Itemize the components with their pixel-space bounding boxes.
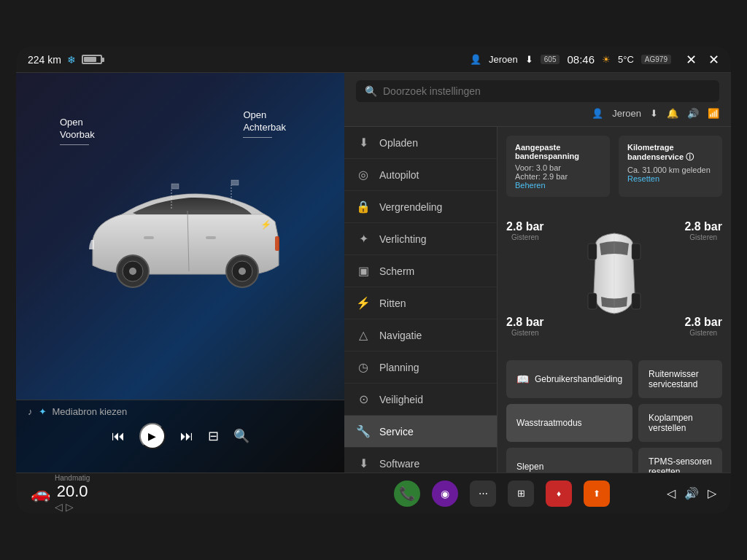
status-right: ✕ ✕ [680,52,719,68]
tire-card1-link[interactable]: Beheren [515,181,546,190]
nav-button[interactable]: ⬆ [584,481,610,507]
equalizer-button[interactable]: ⊟ [208,428,219,444]
svg-rect-17 [632,244,640,260]
tire-card1-line1: Voor: 3.0 bar [515,163,561,172]
phone-button[interactable]: 📞 [394,481,420,507]
media-source-label: Mediabron kiezen [53,406,128,417]
svg-rect-18 [588,293,597,309]
menu-item-veiligheid[interactable]: ⊙ Veiligheid [344,384,497,416]
car-taskbar-icon[interactable]: 🚗 [31,484,50,503]
header-user-icon: 👤 [592,108,603,119]
svg-rect-19 [632,293,640,309]
battery-icon [82,55,102,64]
wifi-badge: AG979 [641,55,671,64]
tire-info-row: Aangepaste bandenspanning Voor: 3.0 bar … [506,136,722,197]
car-top-view [567,206,662,351]
tire-card1-title: Aangepaste bandenspanning [515,143,601,160]
taskbar: 🚗 Handmatig 20.0 ◁ ▷ 📞 ◉ ⋯ ⊞ ♦ ⬆ ◁ 🔊 ▷ [16,472,731,513]
apps-button[interactable]: ⋯ [470,481,496,507]
wasstraat-button[interactable]: Wasstraatmodus [506,404,632,442]
music-source-row: ♪ ✦ Mediabron kiezen [28,406,333,417]
tire-card2-line1: Ca. 31.000 km geleden [627,166,711,174]
planning-icon: ◷ [356,360,371,374]
status-temp: 5°C [618,54,634,65]
svg-point-8 [239,268,246,275]
status-bar: 224 km ❄ 👤 Jeroen ⬇ 605 08:46 ☀ 5°C AG97… [16,47,731,73]
next-button[interactable]: ⏭ [180,429,193,444]
gebruikershandleiding-label: Gebruikershandleiding [535,374,622,384]
menu-item-scherm[interactable]: ▣ Scherm [344,255,497,287]
temp-label: Handmatig [55,474,90,482]
menu-item-ritten[interactable]: ⚡ Ritten [344,287,497,319]
screen-wrapper: 224 km ❄ 👤 Jeroen ⬇ 605 08:46 ☀ 5°C AG97… [16,47,731,513]
gebruikershandleiding-button[interactable]: 📖 Gebruikershandleiding [506,360,632,398]
app2-button[interactable]: ♦ [546,481,572,507]
header-username: Jeroen [612,108,641,119]
km-display: 224 km [28,54,61,66]
menu-item-autopilot[interactable]: ◎ Autopilot [344,159,497,191]
user-icon: 👤 [470,54,481,65]
search-bar[interactable]: 🔍 [356,80,719,102]
vol-right-icon[interactable]: ▷ [708,486,716,500]
planning-label: Planning [379,362,419,373]
temp-up-icon[interactable]: ▷ [66,501,74,513]
settings-body: ⬇ Opladen ◎ Autopilot 🔒 Vergrendeling ✦ … [344,127,731,472]
snowflake-icon: ❄ [67,54,76,66]
pressure-rl-val: 2.8 bar [506,316,544,329]
download-icon: ⬇ [525,54,533,65]
minimize-button[interactable]: ✕ [708,52,719,68]
vol-speaker-icon: 🔊 [684,486,699,500]
search-music-button[interactable]: 🔍 [233,428,249,444]
car-image: ⚡ [71,163,290,309]
slepen-button[interactable]: Slepen [506,448,632,472]
header-download-icon: ⬇ [650,108,658,119]
menu-item-software[interactable]: ⬇ Software [344,448,497,472]
music-controls: ⏮ ▶ ⏭ ⊟ 🔍 [28,423,333,449]
menu-item-vergrendeling[interactable]: 🔒 Vergrendeling [344,191,497,223]
tire-card2-link[interactable]: Resetten [627,174,659,183]
temp-value: 20.0 [55,482,90,501]
content-area: Aangepaste bandenspanning Voor: 3.0 bar … [498,127,731,472]
koplampen-button[interactable]: Koplampen verstellen [638,404,722,442]
close-button[interactable]: ✕ [686,52,697,68]
pressure-rr: 2.8 bar Gisteren [684,316,722,337]
svg-rect-14 [231,180,239,185]
book-icon: 📖 [516,373,529,385]
menu-item-service[interactable]: 🔧 Service [344,416,497,448]
svg-rect-9 [275,236,279,251]
menu-item-opladen[interactable]: ⬇ Opladen [344,127,497,159]
temp-down-icon[interactable]: ◁ [55,501,63,513]
menu-item-navigatie[interactable]: △ Navigatie [344,319,497,351]
tire-pressures: 2.8 bar Gisteren 2.8 bar Gisteren [506,206,722,351]
grid-button[interactable]: ⊞ [508,481,534,507]
software-icon: ⬇ [356,456,371,470]
search-input[interactable] [383,85,711,97]
ritten-icon: ⚡ [356,296,371,310]
vol-left-icon[interactable]: ◁ [667,486,676,500]
tire-card-1: Aangepaste bandenspanning Voor: 3.0 bar … [506,136,610,197]
veiligheid-icon: ⊙ [356,392,371,406]
prev-button[interactable]: ⏮ [112,429,125,444]
search-icon: 🔍 [365,85,377,97]
media-button[interactable]: ◉ [432,481,458,507]
vergrendeling-label: Vergrendeling [379,201,442,213]
taskbar-right: ◁ 🔊 ▷ [667,486,716,500]
pressure-fl: 2.8 bar Gisteren [506,220,544,241]
pressure-fl-val: 2.8 bar [506,220,544,233]
autopilot-label: Autopilot [379,169,419,181]
navigatie-icon: △ [356,328,371,342]
pressure-fr: 2.8 bar Gisteren [684,220,722,241]
tpms-button[interactable]: TPMS-sensoren resetten [638,448,722,472]
play-button[interactable]: ▶ [139,423,166,449]
koplampen-label: Koplampen verstellen [649,413,712,433]
left-panel: OpenVoorbak OpenAchterbak [16,73,344,472]
menu-item-planning[interactable]: ◷ Planning [344,351,497,384]
car-top-section: 2.8 bar Gisteren 2.8 bar Gisteren [506,206,722,351]
achterbak-label: OpenAchterbak [243,109,286,138]
veiligheid-label: Veiligheid [379,394,423,405]
pressure-fr-sub: Gisteren [684,233,722,241]
taskbar-icons: 📞 ◉ ⋯ ⊞ ♦ ⬆ [349,481,655,507]
menu-item-verlichting[interactable]: ✦ Verlichting [344,223,497,255]
ruitenwisser-button[interactable]: Ruitenwisser servicestand [638,360,722,398]
car-svg: ⚡ [71,163,304,309]
